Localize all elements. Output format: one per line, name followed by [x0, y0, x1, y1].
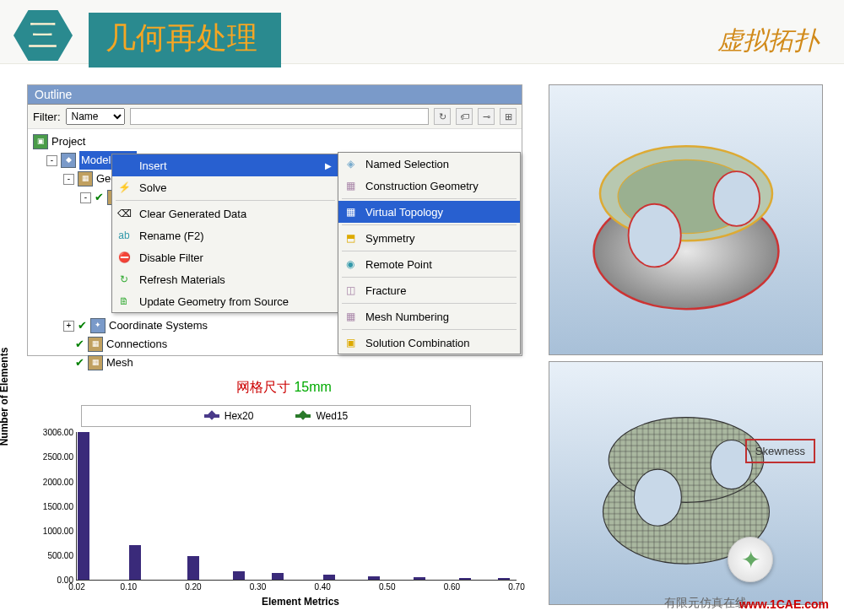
chart-bar [323, 575, 335, 580]
chart-ylabel: Number of Elements [0, 333, 10, 460]
filter-collapse-icon[interactable]: ⊞ [500, 108, 517, 125]
mesh-icon: ▦ [88, 355, 103, 370]
submenu-solution-combination[interactable]: ▣Solution Combination [338, 332, 520, 354]
filter-tag-icon[interactable]: 🏷 [456, 108, 473, 125]
refresh-icon: ↻ [116, 272, 133, 287]
solve-icon: ⚡ [116, 180, 133, 195]
filter-apply-icon[interactable]: ↻ [434, 108, 451, 125]
filter-expand-icon[interactable]: ⊸ [478, 108, 495, 125]
submenu-construction-geometry[interactable]: ▦Construction Geometry [338, 175, 520, 197]
remote-point-icon: ◉ [342, 257, 359, 272]
skewness-chart: Hex20 Wed15 0.00500.001000.001500.002000… [27, 405, 525, 603]
wechat-icon: ✦ [728, 537, 773, 582]
menu-refresh-materials[interactable]: ↻Refresh Materials [112, 268, 338, 290]
ytick: 2000.00 [43, 477, 77, 486]
legend-wed15: Wed15 [295, 410, 348, 422]
legend-swatch-green [295, 414, 311, 418]
chart-bar [187, 556, 199, 580]
watermark-url: www.1CAE.com [739, 597, 829, 611]
svg-point-3 [628, 204, 680, 267]
ring-geometry [580, 115, 793, 325]
filter-label: Filter: [33, 111, 61, 123]
submenu-symmetry[interactable]: ⬒Symmetry [338, 227, 520, 249]
chart-xlabel: Element Metrics [76, 596, 525, 608]
submenu-mesh-numbering[interactable]: ▦Mesh Numbering [338, 305, 520, 327]
separator [342, 224, 517, 225]
separator [342, 251, 517, 251]
expand-icon[interactable]: + [63, 321, 74, 332]
legend-swatch-purple [204, 414, 219, 418]
chart-bar [78, 432, 89, 580]
chart-bar [368, 576, 380, 580]
ytick: 2500.00 [43, 452, 77, 462]
ytick: 500.00 [47, 550, 77, 559]
submenu-fracture[interactable]: ◫Fracture [338, 279, 520, 301]
geometry-viewport[interactable] [549, 84, 823, 355]
submenu-named-selection[interactable]: ◈Named Selection [338, 153, 520, 175]
tree-project[interactable]: ▣Project [33, 132, 517, 151]
legend-hex20: Hex20 [204, 410, 254, 422]
separator [116, 200, 335, 201]
separator [342, 303, 517, 304]
project-icon: ▣ [33, 134, 48, 149]
slide-header: 三 几何再处理 虚拟拓扑 [0, 0, 844, 64]
tree-mesh[interactable]: ✔▦Mesh [33, 354, 517, 372]
submenu-remote-point[interactable]: ◉Remote Point [338, 253, 520, 275]
xtick: 0.70 [508, 580, 524, 592]
chart-bar [272, 573, 284, 580]
xtick: 0.60 [444, 580, 460, 592]
fracture-icon: ◫ [342, 283, 359, 298]
coord-icon: ✦ [90, 318, 106, 333]
section-title: 几何再处理 [89, 13, 281, 68]
separator [342, 329, 517, 330]
submenu-virtual-topology[interactable]: ▦Virtual Topology [338, 201, 520, 223]
ytick: 1500.00 [43, 501, 77, 511]
clear-icon: ⌫ [116, 206, 133, 221]
menu-rename[interactable]: abRename (F2) [112, 224, 338, 246]
mesh-size-label: 网格尺寸 15mm [236, 379, 332, 397]
filter-input[interactable] [130, 108, 430, 125]
skewness-badge: Skewness [745, 439, 815, 463]
expand-icon[interactable]: - [46, 155, 57, 166]
blank-icon [116, 158, 133, 173]
xtick: 0.20 [185, 580, 201, 592]
chevron-right-icon: ▶ [325, 161, 332, 170]
menu-clear[interactable]: ⌫Clear Generated Data [112, 203, 338, 224]
chart-plot-area: 0.00500.001000.001500.002000.002500.0030… [76, 432, 517, 581]
geometry-icon: ▦ [78, 171, 93, 186]
xtick: 0.40 [314, 580, 330, 592]
filter-type-select[interactable]: Name [66, 108, 125, 125]
solution-combination-icon: ▣ [342, 335, 359, 350]
expand-icon[interactable]: - [63, 174, 74, 185]
menu-disable-filter[interactable]: ⛔Disable Filter [112, 246, 338, 268]
watermark-wechat: 有限元仿真在线 [664, 596, 747, 611]
chart-bar [129, 545, 141, 580]
section-subtitle: 虚拟拓扑 [717, 24, 819, 58]
update-icon: 🗎 [116, 294, 133, 309]
outline-title: Outline [28, 85, 522, 105]
xtick: 0.50 [379, 580, 395, 592]
chart-legend: Hex20 Wed15 [81, 405, 471, 427]
named-selection-icon: ◈ [342, 156, 359, 171]
chart-bar [498, 578, 510, 580]
svg-point-9 [634, 469, 681, 526]
xtick: 0.02 [68, 580, 84, 592]
mesh-viewport[interactable] [549, 361, 823, 605]
rename-icon: ab [116, 228, 133, 243]
chart-bar [414, 577, 425, 580]
construction-icon: ▦ [342, 178, 359, 193]
chart-bar [233, 571, 245, 580]
menu-solve[interactable]: ⚡Solve [112, 176, 338, 198]
insert-submenu: ◈Named Selection ▦Construction Geometry … [338, 152, 521, 354]
filter-off-icon: ⛔ [116, 250, 133, 265]
expand-icon[interactable]: - [80, 192, 91, 203]
section-number-hexagon: 三 [14, 10, 73, 61]
context-menu: Insert▶ ⚡Solve ⌫Clear Generated Data abR… [111, 154, 339, 313]
menu-insert[interactable]: Insert▶ [112, 154, 338, 176]
menu-update-geometry[interactable]: 🗎Update Geometry from Source [112, 290, 338, 312]
model-icon: ◆ [61, 153, 76, 168]
separator [342, 198, 517, 199]
chart-bar [459, 578, 471, 580]
xtick: 0.10 [121, 580, 137, 592]
symmetry-icon: ⬒ [342, 230, 359, 246]
